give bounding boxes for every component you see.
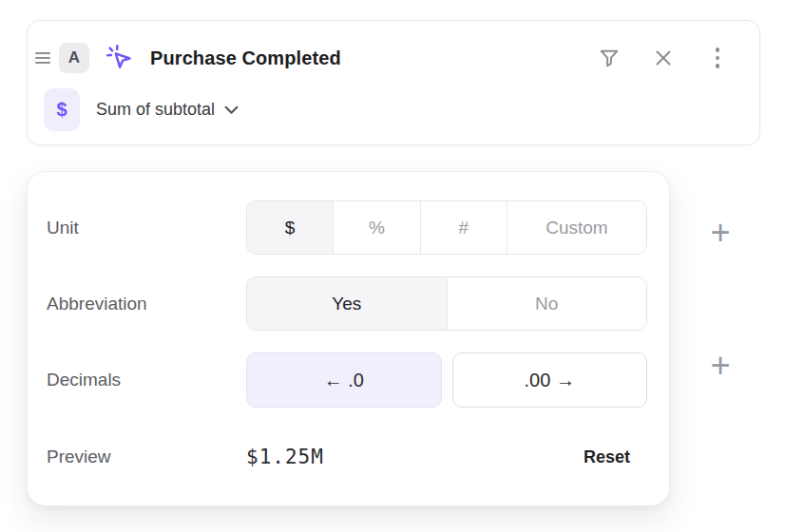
preview-cell: $1.25M Reset (246, 446, 645, 468)
number-format-panel: Unit $ % # Custom Abbreviation Yes No De… (27, 171, 670, 506)
unit-option-dollar[interactable]: $ (247, 201, 334, 254)
decimals-controls: ← .0 .00 → (246, 352, 647, 408)
add-button-bottom[interactable]: + (699, 343, 741, 389)
event-title: Purchase Completed (150, 48, 341, 69)
abbreviation-row: Abbreviation Yes No (47, 276, 645, 331)
event-card-actions (598, 47, 742, 69)
preview-label: Preview (47, 446, 246, 467)
decimals-increase-button[interactable]: .00 → (452, 352, 648, 408)
drag-handle-icon[interactable] (35, 48, 50, 67)
unit-option-number[interactable]: # (421, 201, 507, 254)
decimals-decrease-button[interactable]: ← .0 (246, 352, 442, 408)
event-card: A Purchase Completed (27, 20, 760, 145)
unit-label: Unit (47, 218, 246, 238)
click-event-icon (105, 44, 135, 72)
more-options-icon[interactable] (706, 47, 729, 69)
unit-option-custom[interactable]: Custom (507, 201, 646, 254)
unit-option-percent[interactable]: % (334, 201, 420, 254)
currency-icon: $ (44, 88, 80, 131)
filter-icon[interactable] (598, 47, 621, 69)
decimals-row: Decimals ← .0 .00 → (47, 352, 645, 408)
event-row-badge: A (59, 43, 89, 73)
metric-selector[interactable]: $ Sum of subtotal (44, 88, 759, 131)
unit-row: Unit $ % # Custom (47, 200, 645, 255)
chevron-down-icon[interactable] (224, 105, 239, 115)
abbreviation-label: Abbreviation (47, 294, 246, 314)
reset-button[interactable]: Reset (584, 447, 630, 467)
abbreviation-segmented-control: Yes No (246, 276, 647, 331)
abbreviation-option-yes[interactable]: Yes (247, 277, 448, 330)
close-icon[interactable] (652, 47, 675, 69)
preview-value: $1.25M (246, 446, 324, 468)
abbreviation-option-no[interactable]: No (448, 277, 647, 330)
event-card-header: A Purchase Completed (35, 42, 742, 74)
preview-row: Preview $1.25M Reset (47, 429, 645, 484)
add-button-top[interactable]: + (699, 210, 741, 256)
decimals-label: Decimals (47, 370, 246, 390)
unit-segmented-control: $ % # Custom (246, 200, 647, 255)
metric-label: Sum of subtotal (96, 100, 215, 120)
